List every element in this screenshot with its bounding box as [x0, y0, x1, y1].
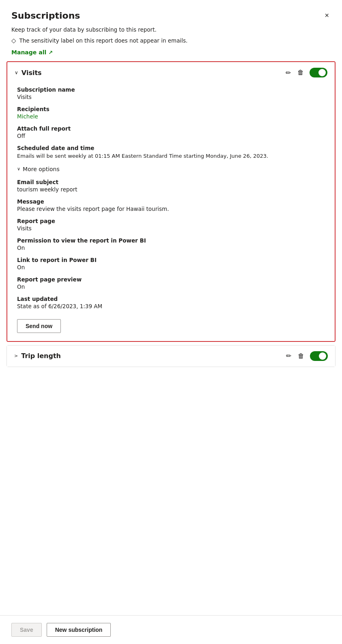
visits-edit-button[interactable]: ✏ [285, 68, 292, 77]
more-options-label: More options [23, 166, 60, 172]
recipients-label: Recipients [17, 106, 325, 112]
more-options-row[interactable]: ∨ More options [17, 166, 325, 172]
last-updated-label: Last updated [17, 296, 325, 302]
visits-card-title: Visits [22, 69, 42, 77]
trip-length-toggle-track [310, 351, 328, 361]
manage-all-row: Manage all ↗ [0, 47, 342, 61]
more-options-chevron-icon: ∨ [17, 166, 20, 172]
scheduled-field: Scheduled date and time Emails will be s… [17, 145, 325, 160]
email-subject-value: tourism weekly report [17, 186, 325, 193]
trip-length-toggle[interactable] [310, 351, 328, 361]
visits-toggle-thumb [318, 69, 326, 76]
visits-delete-button[interactable]: 🗑 [297, 68, 305, 77]
trip-length-subscription-card: > Trip length ✏ 🗑 [6, 345, 336, 367]
visits-card-body: Subscription name Visits Recipients Mich… [7, 83, 335, 341]
visits-card-header-left: ∨ Visits [15, 69, 42, 77]
subscription-name-field: Subscription name Visits [17, 86, 325, 100]
save-button: Save [11, 623, 42, 637]
panel-title: Subscriptions [11, 11, 80, 21]
report-page-label: Report page [17, 218, 325, 224]
manage-all-link[interactable]: Manage all ↗ [11, 49, 53, 56]
trip-length-card-header-left: > Trip length [14, 352, 61, 360]
scheduled-label: Scheduled date and time [17, 145, 325, 151]
subscription-name-value: Visits [17, 94, 325, 100]
last-updated-field: Last updated State as of 6/26/2023, 1:39… [17, 296, 325, 309]
trip-length-card-title: Trip length [21, 352, 61, 360]
preview-value: On [17, 283, 325, 290]
trip-length-toggle-thumb [319, 352, 326, 360]
visits-toggle[interactable] [310, 68, 327, 77]
sensitivity-row: ◇ The sensitivity label on this report d… [0, 35, 342, 47]
manage-all-label: Manage all [11, 49, 46, 56]
permission-label: Permission to view the report in Power B… [17, 237, 325, 244]
link-label: Link to report in Power BI [17, 257, 325, 263]
sensitivity-icon: ◇ [11, 37, 16, 44]
attach-full-report-value: Off [17, 133, 325, 139]
trip-length-card-actions: ✏ 🗑 [285, 351, 328, 361]
trip-length-chevron-icon[interactable]: > [14, 353, 18, 358]
attach-full-report-label: Attach full report [17, 125, 325, 132]
new-subscription-button[interactable]: New subscription [47, 623, 111, 637]
permission-field: Permission to view the report in Power B… [17, 237, 325, 251]
subscriptions-panel: Subscriptions × Keep track of your data … [0, 0, 342, 644]
attach-full-report-field: Attach full report Off [17, 125, 325, 139]
message-value: Please review the visits report page for… [17, 206, 325, 212]
visits-card-actions: ✏ 🗑 [285, 68, 327, 77]
recipients-field: Recipients Michele [17, 106, 325, 120]
panel-header: Subscriptions × [0, 0, 342, 25]
visits-toggle-track [310, 68, 327, 77]
message-field: Message Please review the visits report … [17, 198, 325, 212]
visits-card-header: ∨ Visits ✏ 🗑 [7, 62, 335, 83]
preview-field: Report page preview On [17, 276, 325, 290]
close-button[interactable]: × [323, 10, 331, 21]
scheduled-value: Emails will be sent weekly at 01:15 AM E… [17, 152, 325, 160]
permission-value: On [17, 245, 325, 251]
link-value: On [17, 264, 325, 270]
visits-chevron-icon[interactable]: ∨ [15, 70, 18, 75]
email-subject-field: Email subject tourism weekly report [17, 179, 325, 193]
report-page-field: Report page Visits [17, 218, 325, 232]
panel-footer: Save New subscription [0, 615, 342, 644]
trip-length-edit-button[interactable]: ✏ [285, 351, 292, 361]
message-label: Message [17, 198, 325, 205]
preview-label: Report page preview [17, 276, 325, 283]
panel-subtitle: Keep track of your data by subscribing t… [0, 25, 342, 35]
link-field: Link to report in Power BI On [17, 257, 325, 270]
external-link-icon: ↗ [48, 49, 53, 56]
sensitivity-text: The sensitivity label on this report doe… [19, 37, 188, 44]
email-subject-label: Email subject [17, 179, 325, 185]
visits-subscription-card: ∨ Visits ✏ 🗑 Subscription name Visits [6, 61, 336, 342]
trip-length-card-header: > Trip length ✏ 🗑 [7, 346, 335, 367]
last-updated-value: State as of 6/26/2023, 1:39 AM [17, 303, 325, 309]
trip-length-delete-button[interactable]: 🗑 [297, 352, 305, 361]
subscription-name-label: Subscription name [17, 86, 325, 93]
send-now-button[interactable]: Send now [17, 319, 61, 333]
recipients-value: Michele [17, 113, 325, 120]
report-page-value: Visits [17, 225, 325, 232]
